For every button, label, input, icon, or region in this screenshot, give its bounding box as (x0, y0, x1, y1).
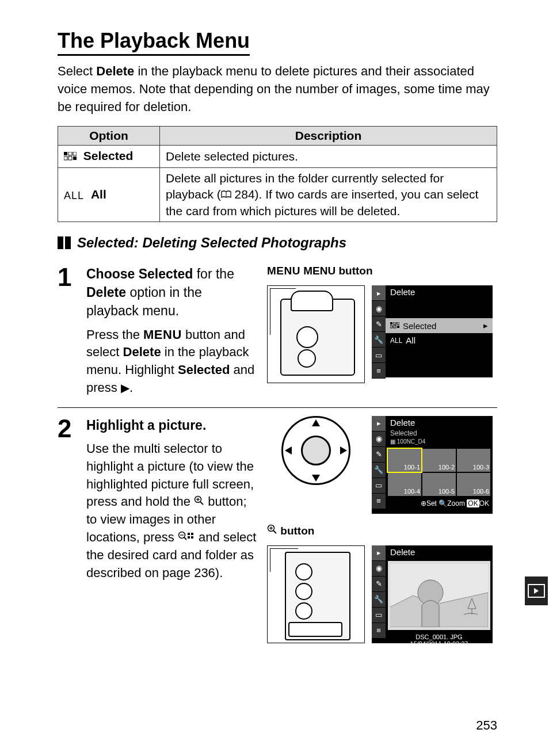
tab-playback-icon: ▸ (372, 285, 386, 301)
camera-illustration (267, 285, 365, 383)
lcd-footer: ⊕Set 🔍Zoom OKOK (386, 498, 493, 509)
thumb: 100-1 (388, 449, 421, 472)
tab-wrench-icon: 🔧 (372, 332, 386, 348)
step-1: 1 Choose Selected for the Delete option … (58, 257, 497, 407)
side-tab-playback-icon (524, 575, 549, 606)
lcd-delete-menu: ▸ ◉ ✎ 🔧 ▭ ≡ Delete Selecte (372, 285, 493, 377)
zoom-out-thumbs-icon (178, 531, 195, 541)
intro-paragraph: Select Delete in the playback menu to de… (58, 63, 497, 116)
thumb: 100-2 (422, 449, 456, 472)
subhead-text: Selected: Deleting Selected Photographs (77, 235, 346, 251)
svg-rect-22 (188, 536, 190, 539)
lcd-row-selected: Selected ▸ (386, 318, 493, 333)
col-option: Option (58, 127, 160, 146)
svg-rect-23 (191, 536, 193, 539)
svg-rect-8 (394, 322, 396, 324)
lcd-row-all: ALL All (386, 333, 493, 348)
section-subheading: Selected: Deleting Selected Photographs (58, 235, 497, 251)
table-row: ALL All Delete all pictures in the folde… (58, 168, 497, 222)
page-title: The Playback Menu (58, 29, 250, 56)
step-2-figure-label: button (267, 524, 497, 537)
svg-rect-9 (397, 322, 399, 324)
intro-pre: Select (58, 64, 96, 78)
svg-line-14 (200, 502, 203, 505)
option-all-desc: Delete all pictures in the folder curren… (160, 168, 497, 222)
intro-delete-word: Delete (96, 64, 134, 78)
zoom-in-icon (267, 524, 277, 534)
lcd-title: Delete (386, 416, 493, 429)
subhead-bars-icon (58, 236, 73, 249)
lcd-full-image (388, 561, 490, 630)
all-ref-page: 284 (235, 188, 255, 201)
right-arrow-icon: ▶ (121, 381, 129, 394)
svg-rect-12 (397, 326, 399, 328)
chevron-right-icon: ▸ (483, 320, 488, 331)
thumb: 100-5 (422, 473, 456, 496)
svg-rect-10 (390, 326, 392, 328)
lcd-title: Delete (386, 545, 493, 559)
book-ref-icon (221, 190, 231, 198)
svg-rect-11 (394, 326, 396, 328)
tab-retouch-icon: ▭ (372, 348, 386, 363)
svg-line-25 (273, 530, 276, 533)
svg-rect-2 (73, 152, 77, 155)
lcd-meta: DSC_0001. JPG 15/04/2011 10:02:27 (386, 632, 493, 650)
svg-rect-7 (390, 322, 392, 324)
step-2-body: Use the multi selector to highlight a pi… (86, 440, 257, 582)
step-1-heading: Choose Selected for the Delete option in… (86, 265, 257, 320)
svg-rect-21 (191, 533, 193, 535)
thumb-grid-icon (64, 149, 77, 165)
options-table: Option Description Selected Delete selec… (58, 126, 497, 222)
option-all-label: All (91, 188, 106, 201)
page-number: 253 (476, 718, 497, 733)
step-2-heading: Highlight a picture. (86, 416, 257, 434)
thumb: 100-3 (457, 449, 490, 472)
option-selected-label: Selected (83, 149, 133, 162)
step-2: 2 Highlight a picture. Use the multi sel… (58, 407, 497, 654)
thumb-grid-icon (390, 321, 399, 331)
option-selected-desc: Delete selected pictures. (160, 146, 497, 168)
multi-selector-illustration (281, 416, 350, 485)
svg-rect-1 (68, 152, 72, 155)
menu-button-glyph: MENU (143, 327, 182, 342)
lcd-thumbnail-grid: ▸◉✎🔧▭≡ Delete Selected▦ 100NC_D4 100-1 1… (372, 416, 493, 514)
table-row: Selected Delete selected pictures. (58, 146, 497, 168)
step-1-body: Press the MENU button and select Delete … (86, 326, 257, 397)
svg-rect-4 (68, 156, 72, 160)
zoom-in-icon (194, 495, 204, 506)
tab-recent-icon: ≡ (372, 363, 386, 379)
step-1-figure-label: MENU MENU button (267, 265, 497, 277)
col-description: Description (160, 127, 497, 146)
svg-rect-20 (188, 533, 190, 535)
camera-back-illustration (267, 545, 365, 643)
tab-camera-icon: ◉ (372, 301, 386, 316)
lcd-full-preview: ▸◉✎🔧▭≡ Delete (372, 545, 493, 643)
svg-rect-3 (64, 156, 67, 160)
step-2-number: 2 (58, 416, 86, 643)
svg-line-18 (184, 537, 186, 540)
svg-rect-0 (64, 152, 67, 155)
lcd-title: Delete (386, 285, 493, 299)
svg-rect-5 (73, 156, 77, 160)
step-1-number: 1 (58, 265, 86, 397)
all-glyph-icon: ALL (64, 190, 84, 201)
thumb: 100-6 (457, 473, 490, 496)
tab-pencil-icon: ✎ (372, 316, 386, 332)
thumb: 100-4 (388, 473, 421, 496)
